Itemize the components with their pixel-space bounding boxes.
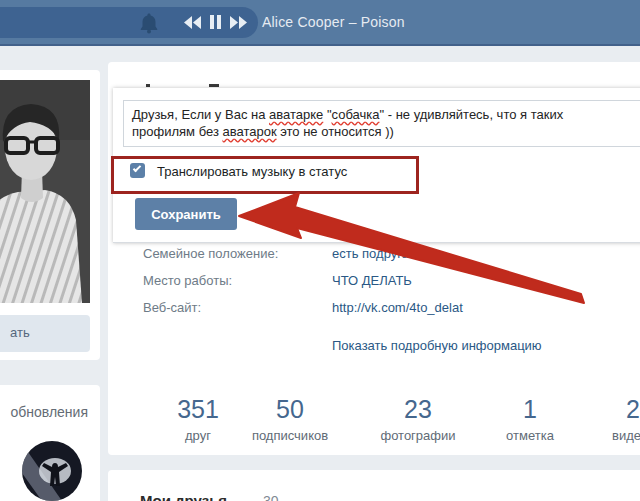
sidebar-action-button[interactable]: ать xyxy=(0,315,90,352)
now-playing-title[interactable]: Alice Cooper – Poison xyxy=(262,14,405,30)
status-textarea[interactable]: Друзья, Если у Вас на аватарке "собачка"… xyxy=(123,100,640,147)
counter-followers[interactable]: 50 подписчиков xyxy=(230,395,350,443)
pause-icon[interactable] xyxy=(210,15,221,29)
counter-videos[interactable]: 2 видеоз xyxy=(601,395,640,443)
friends-section-count: 30 xyxy=(263,493,279,501)
top-navbar: Alice Cooper – Poison xyxy=(0,0,640,46)
show-detailed-info-link[interactable]: Показать подробную информацию xyxy=(332,338,542,353)
detail-value-relationship[interactable]: есть подруга xyxy=(332,246,409,261)
detail-label-relationship: Семейное положение: xyxy=(143,246,278,261)
save-button[interactable]: Сохранить xyxy=(135,198,237,230)
detail-label-website: Веб-сайт: xyxy=(143,300,201,315)
detail-label-workplace: Место работы: xyxy=(143,273,232,288)
photo-updates-heading[interactable]: обновления xyxy=(0,404,88,420)
detail-value-workplace[interactable]: ЧТО ДЕЛАТЬ xyxy=(332,273,412,288)
audio-player-controls xyxy=(184,15,247,29)
counter-photos[interactable]: 23 фотографии xyxy=(358,395,478,443)
profile-photo[interactable] xyxy=(0,80,90,303)
clipped-profile-name-fragment xyxy=(209,84,219,87)
friends-section-heading[interactable]: Мои друзья xyxy=(140,492,227,501)
update-photo-thumbnail[interactable] xyxy=(22,441,82,501)
fast-forward-icon[interactable] xyxy=(230,16,247,29)
clipped-profile-name-fragment xyxy=(146,84,150,87)
detail-value-website[interactable]: http://vk.com/4to_delat xyxy=(332,300,463,315)
counter-tags[interactable]: 1 отметка xyxy=(480,395,580,443)
rewind-icon[interactable] xyxy=(184,16,201,29)
vk-profile-page: Alice Cooper – Poison ать обновления xyxy=(0,0,640,501)
bell-icon[interactable] xyxy=(139,12,159,34)
annotation-highlight-box xyxy=(111,156,419,194)
sidebar-action-button-label: ать xyxy=(10,325,30,340)
